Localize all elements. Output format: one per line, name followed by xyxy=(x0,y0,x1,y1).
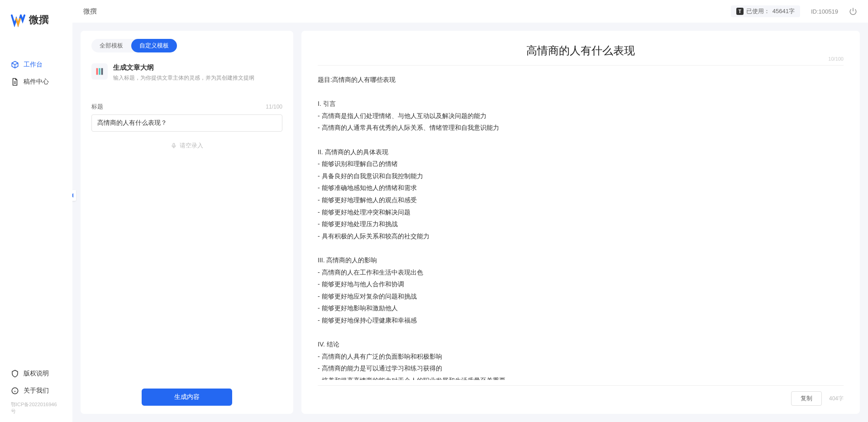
output-body[interactable]: 题目:高情商的人有哪些表现 I. 引言 - 高情商是指人们处理情绪、与他人互动以… xyxy=(318,74,844,380)
template-card: 生成文章大纲 输入标题，为你提供文章主体的灵感，并为其创建推文提纲 xyxy=(91,62,282,90)
cube-icon xyxy=(11,61,19,69)
template-icon xyxy=(91,63,108,80)
document-icon xyxy=(11,78,19,86)
input-panel: 全部模板 自定义模板 生成文章大纲 输入标题，为你提供文章主体的灵感，并为其创建… xyxy=(81,31,293,414)
nav-label: 稿件中心 xyxy=(24,78,49,86)
output-char-count: 404字 xyxy=(829,395,844,403)
copy-button[interactable]: 复制 xyxy=(791,391,822,406)
topbar: 微撰 T 已使用： 45641字 ID:100519 xyxy=(72,0,868,23)
mic-icon xyxy=(171,142,177,149)
sidebar: 微撰 工作台 稿件中心 版权说明 xyxy=(0,0,72,422)
template-title: 生成文章大纲 xyxy=(113,63,282,72)
output-text: 题目:高情商的人有哪些表现 I. 引言 - 高情商是指人们处理情绪、与他人互动以… xyxy=(318,74,844,380)
nav-item-about[interactable]: 关于我们 xyxy=(0,382,72,399)
power-icon[interactable] xyxy=(849,7,857,15)
tab-all-templates[interactable]: 全部模板 xyxy=(91,39,131,52)
nav-item-workspace[interactable]: 工作台 xyxy=(0,56,72,73)
logo: 微撰 xyxy=(0,13,72,45)
output-title: 高情商的人有什么表现 xyxy=(526,43,635,58)
title-char-count: 11/100 xyxy=(266,104,282,110)
topbar-title: 微撰 xyxy=(83,7,97,16)
title-label: 标题 xyxy=(91,103,103,111)
sidebar-bottom: 版权说明 关于我们 鄂ICP备2022016946号 xyxy=(0,361,72,422)
svg-rect-3 xyxy=(173,143,175,147)
title-input[interactable] xyxy=(91,114,282,132)
voice-input-hint[interactable]: 请空录入 xyxy=(91,142,282,150)
nav-item-drafts[interactable]: 稿件中心 xyxy=(0,73,72,90)
info-icon xyxy=(11,387,19,395)
nav-item-copyright[interactable]: 版权说明 xyxy=(0,365,72,382)
nav-label: 关于我们 xyxy=(24,387,49,395)
usage-badge[interactable]: T 已使用： 45641字 xyxy=(731,5,800,17)
output-panel: 高情商的人有什么表现 10/100 题目:高情商的人有哪些表现 I. 引言 - … xyxy=(301,31,860,414)
nav-list: 工作台 稿件中心 xyxy=(0,45,72,361)
user-id: ID:100519 xyxy=(811,8,838,15)
tab-custom-templates[interactable]: 自定义模板 xyxy=(131,39,177,52)
voice-hint-text: 请空录入 xyxy=(180,142,203,150)
text-count-icon: T xyxy=(736,8,744,15)
usage-value: 45641字 xyxy=(773,7,795,15)
template-tabs: 全部模板 自定义模板 xyxy=(91,39,177,52)
generate-button[interactable]: 生成内容 xyxy=(142,389,232,406)
logo-icon xyxy=(11,13,25,27)
template-desc: 输入标题，为你提供文章主体的灵感，并为其创建推文提纲 xyxy=(113,74,282,82)
logo-text: 微撰 xyxy=(29,13,49,27)
icp-footer: 鄂ICP备2022016946号 xyxy=(0,399,72,417)
nav-label: 工作台 xyxy=(24,61,43,69)
nav-label: 版权说明 xyxy=(24,370,49,378)
output-title-count: 10/100 xyxy=(828,56,844,62)
shield-icon xyxy=(11,370,19,378)
usage-prefix: 已使用： xyxy=(746,7,770,15)
sidebar-collapse-handle[interactable] xyxy=(72,190,76,201)
